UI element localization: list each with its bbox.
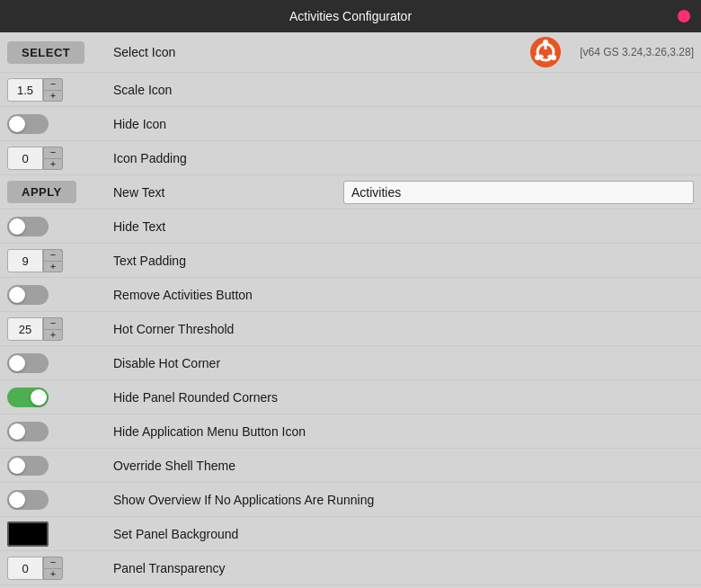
spinner-value: 0 (7, 557, 43, 580)
toggle-switch[interactable] (7, 114, 49, 134)
color-swatch[interactable] (7, 521, 49, 547)
apply-button[interactable]: APPLY (7, 181, 76, 203)
control-area: 25−+ (7, 317, 106, 341)
icon-version-area: [v64 GS 3.24,3.26,3.28] (529, 36, 694, 68)
setting-label: Text Padding (106, 254, 694, 268)
svg-line-6 (540, 56, 544, 58)
settings-row: 0−+Panel Transparency (0, 551, 701, 585)
spinner: 0−+ (7, 557, 63, 580)
main-content: SELECTSelect Icon [v64 GS 3.24,3.26,3.28… (0, 32, 701, 588)
spinner-increment[interactable]: + (43, 329, 63, 341)
setting-label: Hide Icon (106, 117, 694, 131)
spinner-value: 25 (7, 317, 43, 341)
window-title: Activities Configurator (289, 9, 412, 23)
settings-row: Disable Hot Corner (0, 346, 701, 380)
control-area (7, 353, 106, 373)
toggle-switch[interactable] (7, 490, 49, 510)
control-area (7, 114, 106, 134)
spinner-increment[interactable]: + (43, 158, 63, 170)
close-button[interactable] (678, 10, 690, 22)
new-text-input[interactable] (343, 181, 694, 204)
svg-point-2 (543, 40, 548, 45)
control-area: 9−+ (7, 249, 106, 272)
spinner: 1.5−+ (7, 78, 63, 102)
setting-label: Disable Hot Corner (106, 356, 694, 370)
ubuntu-icon[interactable] (529, 36, 562, 68)
settings-row: 1.5−+Scale Icon (0, 73, 701, 107)
spinner-increment[interactable]: + (43, 90, 63, 102)
select-button[interactable]: SELECT (7, 41, 84, 64)
toggle-switch[interactable] (7, 353, 49, 373)
settings-row: APPLYNew Text (0, 175, 701, 209)
spinner-decrement[interactable]: − (43, 317, 63, 329)
spinner-value: 0 (7, 147, 43, 170)
toggle-switch[interactable] (7, 422, 49, 441)
spinner-value: 9 (7, 249, 43, 272)
setting-label: Set Panel Background (106, 527, 694, 541)
toggle-switch[interactable] (7, 388, 49, 407)
control-area (7, 521, 106, 547)
setting-label: Icon Padding (106, 151, 694, 165)
settings-row: SELECTSelect Icon [v64 GS 3.24,3.26,3.28… (0, 32, 701, 73)
settings-row: 25−+Hot Corner Threshold (0, 312, 701, 346)
toggle-switch[interactable] (7, 456, 49, 476)
svg-line-7 (548, 56, 552, 58)
control-area: SELECT (7, 41, 106, 64)
setting-label: Panel Transparency (106, 561, 694, 575)
setting-label: Remove Activities Button (106, 288, 694, 302)
toggle-switch[interactable] (7, 285, 49, 305)
setting-label: Hide Application Menu Button Icon (106, 424, 694, 439)
setting-label: Override Shell Theme (106, 459, 694, 473)
settings-row: Show Overview If No Applications Are Run… (0, 483, 701, 517)
svg-point-4 (551, 55, 556, 60)
spinner-increment[interactable]: + (43, 261, 63, 272)
toggle-switch[interactable] (7, 217, 49, 236)
setting-label: Show Overview If No Applications Are Run… (106, 493, 694, 507)
spinner: 9−+ (7, 249, 63, 272)
spinner-decrement[interactable]: − (43, 249, 63, 261)
control-area (7, 285, 106, 305)
setting-label: Scale Icon (106, 83, 694, 97)
version-label: [v64 GS 3.24,3.26,3.28] (580, 46, 694, 58)
setting-label: Hot Corner Threshold (106, 322, 694, 336)
settings-row: Hide Icon (0, 107, 701, 141)
spinner-increment[interactable]: + (43, 568, 63, 580)
settings-row: 9−+Text Padding (0, 244, 701, 278)
titlebar: Activities Configurator (0, 0, 701, 32)
setting-label: New Text (106, 185, 333, 200)
svg-point-3 (535, 55, 540, 60)
spinner-decrement[interactable]: − (43, 557, 63, 568)
settings-row: Hide Panel Rounded Corners (0, 380, 701, 414)
settings-row: Hide Text (0, 209, 701, 244)
spinner: 0−+ (7, 147, 63, 170)
control-area: 1.5−+ (7, 78, 106, 102)
control-area (7, 490, 106, 510)
control-area (7, 388, 106, 407)
control-area: APPLY (7, 181, 106, 203)
setting-label: Hide Panel Rounded Corners (106, 390, 694, 405)
control-area (7, 217, 106, 236)
settings-row: Remove Activities Button (0, 278, 701, 312)
settings-row: Set Panel Background (0, 517, 701, 551)
control-area: 0−+ (7, 147, 106, 170)
setting-label: Select Icon (106, 45, 529, 59)
control-area: 0−+ (7, 557, 106, 580)
control-area (7, 422, 106, 441)
settings-row: Override Shell Theme (0, 449, 701, 483)
spinner-decrement[interactable]: − (43, 147, 63, 158)
settings-row: Hide Application Menu Button Icon (0, 414, 701, 449)
control-area (7, 456, 106, 476)
spinner-decrement[interactable]: − (43, 78, 63, 90)
spinner-value: 1.5 (7, 78, 43, 102)
setting-label: Hide Text (106, 219, 694, 234)
settings-row: 0−+Icon Padding (0, 141, 701, 175)
spinner: 25−+ (7, 317, 63, 341)
